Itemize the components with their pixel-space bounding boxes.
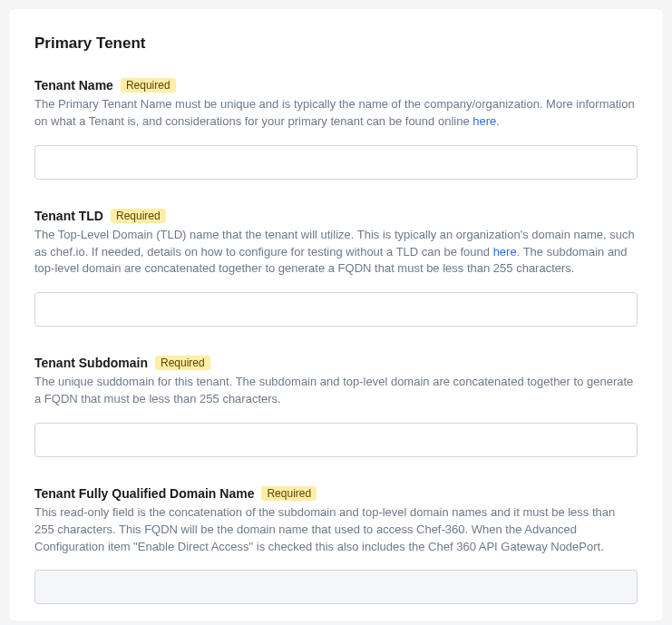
tenant-tld-label: Tenant TLD (34, 209, 103, 223)
tenant-name-help-link[interactable]: here (472, 114, 496, 128)
tenant-fqdn-label: Tenant Fully Qualified Domain Name (34, 486, 254, 501)
tenant-tld-help-link[interactable]: here (493, 245, 517, 259)
tenant-tld-description: The Top-Level Domain (TLD) name that the… (34, 227, 638, 278)
desc-text: The Primary Tenant Name must be unique a… (34, 97, 635, 128)
tenant-subdomain-input[interactable] (34, 423, 638, 457)
field-label-row: Tenant Name Required (34, 78, 638, 93)
tenant-subdomain-description: The unique suddomain for this tenant. Th… (34, 374, 638, 408)
field-label-row: Tenant TLD Required (34, 209, 638, 223)
primary-tenant-card: Primary Tenent Tenant Name Required The … (9, 9, 663, 620)
tenant-name-description: The Primary Tenant Name must be unique a… (34, 96, 638, 131)
required-badge: Required (111, 209, 166, 223)
required-badge: Required (155, 356, 210, 370)
field-tenant-tld: Tenant TLD Required The Top-Level Domain… (34, 209, 638, 327)
field-label-row: Tenant Subdomain Required (34, 356, 638, 370)
field-tenant-fqdn: Tenant Fully Qualified Domain Name Requi… (34, 486, 638, 605)
tenant-subdomain-label: Tenant Subdomain (34, 356, 148, 370)
field-tenant-subdomain: Tenant Subdomain Required The unique sud… (34, 356, 638, 457)
field-tenant-name: Tenant Name Required The Primary Tenant … (34, 78, 638, 180)
required-badge: Required (261, 486, 317, 501)
tenant-name-input[interactable] (34, 145, 638, 180)
section-title: Primary Tenent (34, 34, 638, 53)
tenant-name-label: Tenant Name (34, 78, 113, 93)
field-label-row: Tenant Fully Qualified Domain Name Requi… (34, 486, 638, 501)
tenant-tld-input[interactable] (34, 292, 638, 327)
tenant-fqdn-description: This read-only field is the concatenatio… (34, 504, 638, 556)
tenant-fqdn-input (34, 570, 638, 604)
required-badge: Required (121, 78, 176, 93)
desc-text-after: . (496, 114, 500, 128)
